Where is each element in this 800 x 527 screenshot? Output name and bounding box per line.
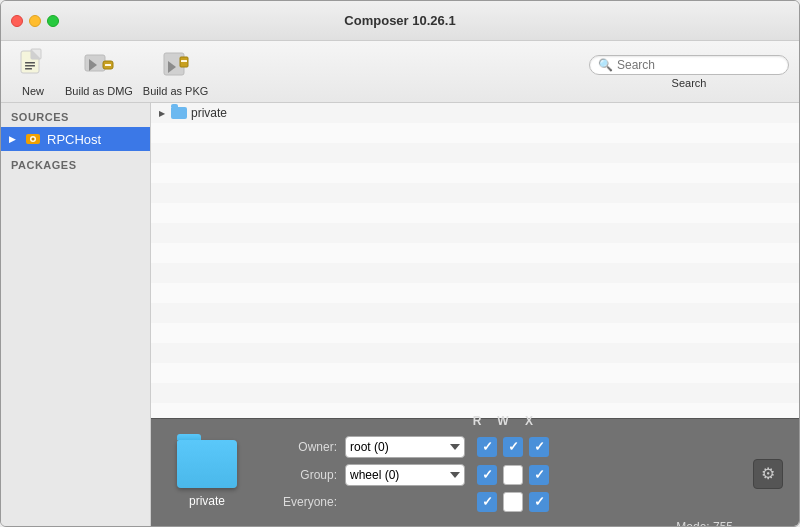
file-row[interactable]: ▶ private: [151, 103, 799, 123]
search-container: 🔍 Search: [589, 55, 789, 89]
toolbar: New Build as DMG Build as PKG: [1, 41, 799, 103]
file-row-empty-6: [151, 223, 799, 243]
owner-label: Owner:: [267, 440, 337, 454]
owner-select[interactable]: root (0): [345, 436, 465, 458]
x-header: X: [519, 414, 539, 428]
sidebar-item-rpchost[interactable]: ▶ RPCHost: [1, 127, 150, 151]
folder-label: private: [189, 494, 225, 508]
expand-arrow-icon: ▶: [159, 109, 171, 118]
file-browser: ▶ private: [151, 103, 799, 527]
search-label: Search: [672, 77, 707, 89]
main-area: SOURCES ▶ RPCHost PACKAGES ▶ private: [1, 103, 799, 527]
file-row-empty-14: [151, 383, 799, 403]
window-title: Composer 10.26.1: [344, 13, 455, 28]
group-row: Group: wheel (0): [267, 464, 733, 486]
folder-big-icon: [177, 440, 237, 488]
owner-row: Owner: root (0): [267, 436, 733, 458]
preview-folder: private: [167, 440, 247, 508]
file-name: private: [191, 106, 227, 120]
file-row-empty-10: [151, 303, 799, 323]
group-r-checkbox[interactable]: [477, 465, 497, 485]
owner-w-checkbox[interactable]: [503, 437, 523, 457]
build-dmg-button[interactable]: Build as DMG: [65, 47, 133, 97]
group-x-checkbox[interactable]: [529, 465, 549, 485]
sidebar: SOURCES ▶ RPCHost PACKAGES: [1, 103, 151, 527]
everyone-checkboxes: [477, 492, 549, 512]
owner-checkboxes: [477, 437, 549, 457]
group-label: Group:: [267, 468, 337, 482]
mode-row: Mode: 755: [267, 520, 733, 528]
info-panel: private R W X Owner: root (0): [151, 418, 799, 527]
svg-point-16: [32, 138, 35, 141]
new-label: New: [22, 85, 44, 97]
sidebar-arrow-icon: ▶: [9, 134, 19, 144]
new-icon: [15, 47, 51, 83]
file-row-empty-7: [151, 243, 799, 263]
svg-rect-3: [25, 62, 35, 64]
gear-button[interactable]: ⚙: [753, 459, 783, 489]
group-select[interactable]: wheel (0): [345, 464, 465, 486]
mode-text: Mode: 755: [676, 520, 733, 528]
folder-icon: [171, 107, 187, 119]
group-w-checkbox[interactable]: [503, 465, 523, 485]
file-row-empty-1: [151, 123, 799, 143]
new-button[interactable]: New: [11, 47, 55, 97]
file-row-empty-5: [151, 203, 799, 223]
title-bar: Composer 10.26.1: [1, 1, 799, 41]
r-header: R: [467, 414, 487, 428]
file-row-empty-3: [151, 163, 799, 183]
file-row-empty-13: [151, 363, 799, 383]
build-pkg-icon: [158, 47, 194, 83]
permissions-area: R W X Owner: root (0): [267, 414, 733, 528]
gear-icon: ⚙: [761, 464, 775, 483]
search-input[interactable]: [617, 58, 777, 72]
minimize-button[interactable]: [29, 15, 41, 27]
file-row-empty-12: [151, 343, 799, 363]
file-row-empty-4: [151, 183, 799, 203]
w-header: W: [493, 414, 513, 428]
everyone-w-checkbox[interactable]: [503, 492, 523, 512]
build-pkg-button[interactable]: Build as PKG: [143, 47, 208, 97]
sources-section-label: SOURCES: [1, 103, 150, 127]
search-input-wrap: 🔍: [589, 55, 789, 75]
rwx-headers: R W X: [467, 414, 539, 428]
maximize-button[interactable]: [47, 15, 59, 27]
svg-rect-13: [181, 60, 187, 62]
everyone-row: Everyone:: [267, 492, 733, 512]
svg-rect-4: [25, 65, 35, 67]
build-dmg-icon: [81, 47, 117, 83]
owner-x-checkbox[interactable]: [529, 437, 549, 457]
search-icon: 🔍: [598, 58, 613, 72]
traffic-lights: [11, 15, 59, 27]
sidebar-item-rpchost-label: RPCHost: [47, 132, 101, 147]
everyone-r-checkbox[interactable]: [477, 492, 497, 512]
file-row-empty-8: [151, 263, 799, 283]
file-list: ▶ private: [151, 103, 799, 418]
svg-rect-6: [85, 55, 105, 71]
svg-rect-5: [25, 68, 32, 70]
everyone-x-checkbox[interactable]: [529, 492, 549, 512]
file-row-empty-9: [151, 283, 799, 303]
group-checkboxes: [477, 465, 549, 485]
build-pkg-label: Build as PKG: [143, 85, 208, 97]
rwx-header-row: R W X: [267, 414, 733, 428]
file-row-empty-2: [151, 143, 799, 163]
file-row-empty-11: [151, 323, 799, 343]
close-button[interactable]: [11, 15, 23, 27]
build-dmg-label: Build as DMG: [65, 85, 133, 97]
host-icon: [25, 131, 41, 147]
everyone-label: Everyone:: [267, 495, 337, 509]
svg-rect-9: [105, 64, 111, 66]
owner-r-checkbox[interactable]: [477, 437, 497, 457]
packages-section-label: PACKAGES: [1, 151, 150, 175]
